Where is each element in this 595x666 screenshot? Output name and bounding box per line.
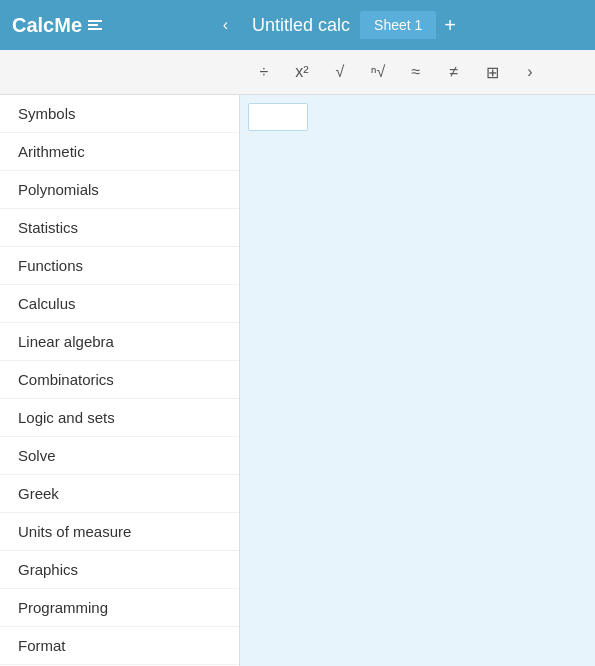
sqrt-btn[interactable]: √ (324, 56, 356, 88)
main-area: SymbolsArithmeticPolynomialsStatisticsFu… (0, 95, 595, 666)
cell-a1[interactable] (248, 103, 308, 131)
document-title[interactable]: Untitled calc (252, 15, 350, 36)
sidebar-item-functions[interactable]: Functions (0, 247, 239, 285)
sidebar: SymbolsArithmeticPolynomialsStatisticsFu… (0, 95, 240, 666)
sidebar-item-format[interactable]: Format (0, 627, 239, 665)
header-right: Untitled calc Sheet 1 + (240, 11, 595, 39)
sidebar-item-graphics[interactable]: Graphics (0, 551, 239, 589)
header-left: CalcMe ‹ (0, 14, 240, 37)
more-btn[interactable]: › (514, 56, 546, 88)
sidebar-item-logic-and-sets[interactable]: Logic and sets (0, 399, 239, 437)
sidebar-item-greek[interactable]: Greek (0, 475, 239, 513)
sidebar-item-symbols[interactable]: Symbols (0, 95, 239, 133)
notequal-btn[interactable]: ≠ (438, 56, 470, 88)
nthroot-btn[interactable]: ⁿ√ (362, 56, 394, 88)
sidebar-item-polynomials[interactable]: Polynomials (0, 171, 239, 209)
sidebar-item-calculus[interactable]: Calculus (0, 285, 239, 323)
content-area (240, 95, 595, 666)
app-title-text: CalcMe (12, 14, 82, 37)
approx-btn[interactable]: ≈ (400, 56, 432, 88)
sidebar-item-programming[interactable]: Programming (0, 589, 239, 627)
collapse-sidebar-button[interactable]: ‹ (223, 16, 228, 34)
app-title: CalcMe (12, 14, 102, 37)
superscript-btn[interactable]: x² (286, 56, 318, 88)
fraction-btn[interactable]: ÷ (248, 56, 280, 88)
sheet-tab[interactable]: Sheet 1 (360, 11, 436, 39)
header: CalcMe ‹ Untitled calc Sheet 1 + (0, 0, 595, 50)
add-sheet-button[interactable]: + (444, 14, 456, 37)
sidebar-item-combinatorics[interactable]: Combinatorics (0, 361, 239, 399)
app-logo-icon (88, 20, 102, 30)
sidebar-item-solve[interactable]: Solve (0, 437, 239, 475)
sidebar-item-arithmetic[interactable]: Arithmetic (0, 133, 239, 171)
sidebar-item-linear-algebra[interactable]: Linear algebra (0, 323, 239, 361)
sidebar-item-units-of-measure[interactable]: Units of measure (0, 513, 239, 551)
sidebar-item-statistics[interactable]: Statistics (0, 209, 239, 247)
toolbar: ÷x²√ⁿ√≈≠⊞› (0, 50, 595, 95)
matrix-btn[interactable]: ⊞ (476, 56, 508, 88)
